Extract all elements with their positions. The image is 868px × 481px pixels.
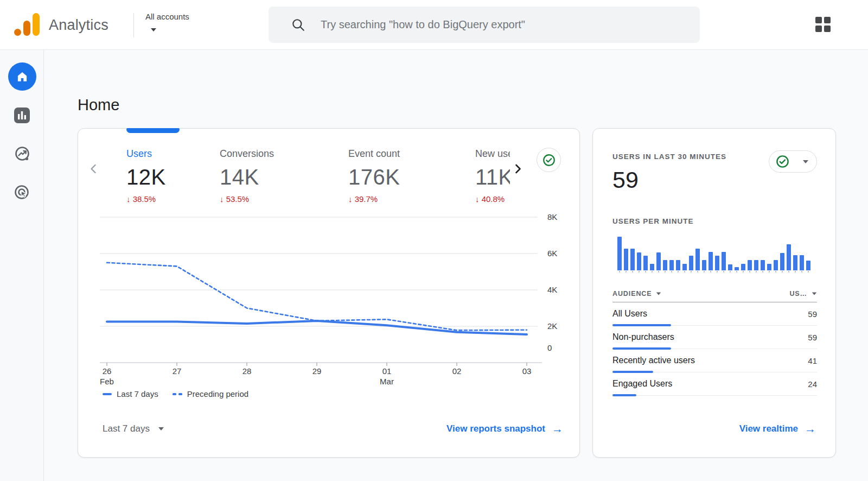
audience-users: 41 [808, 356, 817, 365]
arrow-right-icon: → [552, 422, 563, 435]
minute-bar [656, 252, 661, 270]
y-axis-label: 4K [547, 285, 557, 294]
x-axis-sublabel: Mar [380, 377, 394, 386]
realtime-status-selector[interactable] [769, 150, 817, 173]
y-axis-label: 0 [547, 343, 552, 352]
minute-bar [617, 237, 622, 270]
minute-tick [650, 271, 654, 273]
minute-tick [728, 271, 732, 273]
minute-bar [669, 260, 674, 270]
x-axis-sublabel: Feb [100, 377, 114, 386]
realtime-title: USERS IN LAST 30 MINUTES [612, 153, 726, 161]
minute-bar [748, 260, 752, 270]
minute-tick [774, 271, 778, 273]
audience-name: Recently active users [612, 356, 695, 365]
y-axis-label: 2K [547, 321, 557, 331]
audience-table: All Users 59 Non-purchasers 59 Recently … [612, 302, 817, 396]
minute-bar [689, 256, 693, 270]
x-axis-label: 28 [242, 366, 252, 376]
audience-row[interactable]: Non-purchasers 59 [612, 326, 817, 349]
header-label: AUDIENCE [612, 290, 652, 298]
x-axis-label: 27 [173, 366, 182, 376]
sidebar-item-home[interactable] [0, 62, 44, 91]
minute-tick [689, 271, 693, 273]
minute-tick [767, 271, 771, 273]
x-axis-label: 29 [312, 366, 322, 376]
minute-bar [682, 264, 687, 270]
grid-square [815, 17, 822, 23]
logo-dot [14, 29, 21, 36]
users-trend-chart: 02K4K6K8K26Feb27282901Mar0203 [78, 213, 580, 389]
minute-bar [702, 260, 706, 270]
minute-tick [722, 271, 726, 273]
home-active-circle [8, 62, 36, 91]
legend-last-7-days: Last 7 days [103, 389, 158, 398]
series-solid [107, 321, 527, 334]
users-last-30-min-value: 59 [612, 167, 639, 193]
audience-row[interactable]: Recently active users 41 [612, 349, 817, 372]
minute-tick [624, 271, 628, 273]
minute-tick [735, 271, 739, 273]
metric-delta-down: ↓ 53.5% [220, 194, 274, 204]
users-sort-header[interactable]: US… [789, 290, 817, 298]
minute-bar [767, 264, 771, 270]
y-axis-label: 8K [547, 213, 557, 221]
metrics-scroll-right-button[interactable] [511, 162, 524, 175]
minute-bar [761, 260, 765, 270]
apps-grid-icon[interactable] [815, 17, 831, 32]
solid-line-swatch [103, 393, 112, 395]
minute-tick [754, 271, 758, 273]
minute-bars [617, 237, 810, 270]
audience-row[interactable]: All Users 59 [612, 302, 817, 326]
metric-conversions[interactable]: Conversions 14K ↓ 53.5% [220, 148, 274, 204]
minute-tick [709, 271, 713, 273]
metric-value: 12K [126, 166, 166, 189]
metric-label: Users [126, 148, 166, 160]
minute-ticks [617, 271, 810, 273]
legend-label: Preceding period [187, 389, 248, 398]
realtime-card: USERS IN LAST 30 MINUTES 59 USERS PER MI… [592, 128, 836, 458]
metric-label: New users [475, 148, 510, 160]
metrics-scroll-left-button[interactable] [87, 162, 100, 175]
view-realtime-link[interactable]: View realtime → [739, 422, 816, 435]
view-reports-snapshot-link[interactable]: View reports snapshot → [446, 422, 563, 435]
metric-new-users[interactable]: New users 11K ↓ 40.8% [475, 148, 510, 204]
audience-table-header: AUDIENCE US… [612, 290, 817, 298]
minute-bar [630, 249, 635, 270]
x-axis-label: 01 [382, 366, 392, 376]
audience-value-bar [612, 394, 636, 396]
grid-square [815, 26, 822, 32]
minute-bar [735, 267, 739, 270]
audience-sort-header[interactable]: AUDIENCE [612, 290, 661, 298]
sidebar-item-advertising[interactable] [0, 183, 44, 202]
minute-tick [643, 271, 648, 273]
grid-square [824, 26, 831, 32]
minute-bar [754, 260, 758, 270]
minute-bar [728, 264, 732, 270]
minute-bar [709, 252, 713, 270]
top-bar: Analytics All accounts [0, 0, 868, 50]
date-range-selector[interactable]: Last 7 days [103, 423, 164, 434]
minute-bar [663, 260, 667, 270]
data-quality-badge[interactable] [537, 148, 561, 172]
x-axis-label: 02 [452, 366, 462, 376]
sidebar-item-explore[interactable] [0, 145, 44, 163]
check-circle-icon [542, 153, 556, 167]
brand-text: Analytics [49, 0, 108, 50]
minute-tick [637, 271, 641, 273]
header-label: US… [789, 290, 807, 298]
minute-tick [656, 271, 661, 273]
metric-event-count[interactable]: Event count 176K ↓ 39.7% [348, 148, 400, 204]
search-input[interactable] [320, 18, 667, 31]
search-bar[interactable] [269, 7, 700, 43]
minute-tick [780, 271, 784, 273]
sidebar-item-reports[interactable] [0, 106, 44, 124]
metric-users[interactable]: Users 12K ↓ 38.5% [126, 148, 166, 204]
metric-value: 14K [220, 166, 274, 189]
audience-name: Non-purchasers [612, 332, 674, 342]
logo-bar-mid [23, 21, 30, 36]
audience-row[interactable]: Engaged Users 24 [612, 372, 817, 396]
account-selector[interactable]: All accounts [145, 12, 216, 39]
minute-tick [617, 271, 622, 273]
minute-tick [630, 271, 635, 273]
